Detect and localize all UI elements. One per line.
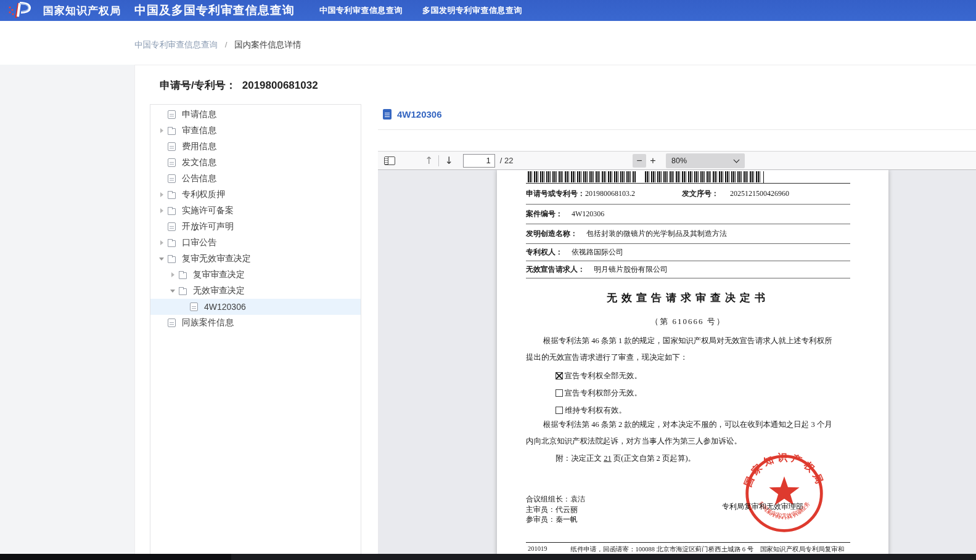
document-icon [168,142,176,151]
field-label: 无效宣告请求人： [526,264,585,275]
option-invalidate-partial: 宣告专利权部分无效。 [556,384,642,402]
document-header: 4W120306 [378,99,976,130]
pdf-canvas[interactable]: 申请号或专利号： 201980068103.2 发文序号： 2025121500… [378,170,976,560]
blue-document-icon [383,109,392,120]
tree-item-label: 审查信息 [182,125,216,136]
folder-icon [168,128,176,135]
tree-item-label: 发文信息 [182,157,216,168]
chevron-right-icon[interactable] [168,272,178,277]
option-label: 宣告专利权全部无效。 [565,371,642,381]
panel-members: 合议组组长：袁洁 主审员：代云丽 参审员：秦一帆 [526,494,585,525]
folder-icon [168,208,176,215]
tree-item-label: 4W120306 [204,302,246,312]
seal-star-icon [769,476,799,505]
zoom-in-button[interactable]: + [646,154,660,168]
tree-item-label: 口审公告 [182,237,216,248]
folder-icon [179,288,187,295]
document-icon [190,302,198,311]
field-row: 发明创造名称： 包括封装的微镜片的光学制品及其制造方法 [526,224,850,244]
document-icon [168,110,176,119]
attachment-suffix: 页(正文自第 2 页起算)。 [612,454,695,463]
case-number-label: 申请号/专利号： [160,79,236,91]
chevron-down-icon [734,156,740,163]
tree-item-announcement-info[interactable]: 公告信息 [150,171,361,187]
document-title: 4W120306 [397,109,442,120]
attachment-pages: 21 [604,454,612,463]
tree-item-fee-info[interactable]: 费用信息 [150,139,361,155]
field-value: 明月镜片股份有限公司 [594,264,668,275]
folder-icon [179,272,187,279]
checkbox-unchecked-icon [556,389,563,397]
app-title: 中国及多国专利审查信息查询 [134,2,295,18]
barcode-icon [528,171,636,182]
chevron-right-icon[interactable] [157,208,166,213]
tree-item-label: 申请信息 [182,109,216,120]
zoom-level-value: 80% [671,156,687,165]
option-label: 宣告专利权部分无效。 [565,388,642,399]
tree-item-label: 开放许可声明 [182,221,234,232]
attachment-note: 附：决定正文 21 页(正文自第 2 页起算)。 [556,453,695,464]
cnipa-logo-icon [6,2,35,19]
tree-item-license-record[interactable]: 实施许可备案 [150,203,361,219]
tree-item-oral-hearing[interactable]: 口审公告 [150,235,361,251]
folder-icon [168,256,176,263]
breadcrumb-parent-link[interactable]: 中国专利审查信息查询 [134,40,218,49]
scrollbar-thumb[interactable] [0,554,231,560]
field-value: 依视路国际公司 [572,247,623,258]
decision-title: 无效宣告请求审查决定书 [526,291,850,305]
chevron-right-icon[interactable] [157,128,166,133]
attachment-prefix: 附：决定正文 [556,454,604,463]
tree-item-label: 实施许可备案 [182,205,234,216]
field-label: 案件编号： [526,209,563,219]
paragraph-line: 根据专利法第 46 条第 2 款的规定，对本决定不服的，可以在收到本通知之日起 … [526,416,850,433]
page-count: / 22 [500,156,514,165]
tree-item-patent-pledge[interactable]: 专利权质押 [150,187,361,203]
tree-item-examination-info[interactable]: 审查信息 [150,123,361,139]
case-info-tree: 申请信息 审查信息 费用信息 发文信息 公告信息 专利权质押 [150,104,361,556]
tree-item-label: 复审审查决定 [193,269,245,280]
sidebar-toggle-icon[interactable] [384,156,395,165]
barcode-icon [645,171,760,182]
tree-item-reexam-decision[interactable]: 复审审查决定 [150,267,361,283]
chevron-right-icon[interactable] [157,240,166,245]
page-number-input[interactable] [463,154,495,168]
next-page-button[interactable]: ↓ [442,155,455,167]
paragraph-line: 根据专利法第 46 条第 1 款的规定，国家知识产权局对无效宣告请求人就上述专利… [526,333,850,349]
tree-item-label: 费用信息 [182,141,216,152]
field-value: 包括封装的微镜片的光学制品及其制造方法 [586,229,727,239]
toolbar-divider [438,155,439,166]
nav-china-patent-query[interactable]: 中国专利审查信息查询 [319,5,403,16]
tree-item-label: 同族案件信息 [182,317,234,328]
top-header: 国家知识产权局 中国及多国专利审查信息查询 中国专利审查信息查询 多国发明专利审… [0,0,976,21]
tree-item-dispatch-info[interactable]: 发文信息 [150,155,361,171]
field-label: 申请号或专利号： [526,189,585,199]
zoom-out-button[interactable]: − [633,154,646,168]
zoom-level-select[interactable]: 80% [666,153,745,168]
field-label: 发文序号： [682,189,719,199]
tree-item-reexam-invalid-decision[interactable]: 复审无效审查决定 [150,251,361,267]
examiner-main: 主审员：代云丽 [526,505,585,515]
nav-multi-country-query[interactable]: 多国发明专利审查信息查询 [422,5,522,16]
page-nav: ↑ ↓ [422,155,456,167]
pdf-page: 申请号或专利号： 201980068103.2 发文序号： 2025121500… [497,170,888,560]
barcode-divider [763,171,764,184]
barcode-row [526,171,850,184]
chevron-down-icon[interactable] [157,258,166,261]
chevron-down-icon[interactable] [168,290,178,293]
breadcrumb-separator: / [225,40,228,49]
tree-item-invalidation-decision[interactable]: 无效审查决定 [150,283,361,299]
breadcrumb-current: 国内案件信息详情 [234,40,301,49]
field-value: 4W120306 [572,209,604,219]
tree-item-application-info[interactable]: 申请信息 [150,107,361,123]
tree-item-open-license[interactable]: 开放许可声明 [150,219,361,235]
previous-page-button[interactable]: ↑ [422,155,435,167]
horizontal-scrollbar[interactable] [0,554,976,560]
chevron-right-icon[interactable] [157,192,166,197]
official-seal: 国家知识产权局 专利局复审和无效审理业务章 11010841361164 [743,452,826,535]
field-row: 专利权人： 依视路国际公司 [526,244,850,261]
decision-paragraph-1: 根据专利法第 46 条第 1 款的规定，国家知识产权局对无效宣告请求人就上述专利… [526,333,850,366]
tree-item-4w120306[interactable]: 4W120306 [150,299,361,315]
document-fields: 申请号或专利号： 201980068103.2 发文序号： 2025121500… [526,183,850,278]
decision-number: （第 610666 号） [526,316,850,327]
tree-item-family-case-info[interactable]: 同族案件信息 [150,315,361,331]
